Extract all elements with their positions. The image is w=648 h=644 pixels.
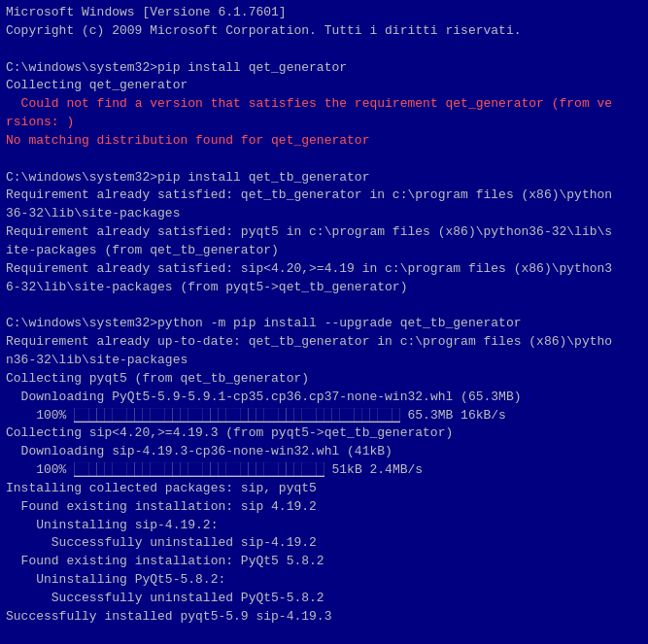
line-cmd3: C:\windows\system32>python -m pip instal… — [6, 315, 642, 333]
line-uninstalled2: Successfully uninstalled PyQt5-5.8.2 — [6, 590, 642, 608]
line-downloading1: Downloading PyQt5-5.9-5.9.1-cp35.cp36.cp… — [6, 389, 642, 407]
line-req3b: 6-32\lib\site-packages (from pyqt5->qet_… — [6, 279, 642, 297]
line-blank-3 — [6, 297, 642, 316]
line-progress1: 100% ███████████████████████████████████… — [6, 407, 642, 425]
line-req1: Requirement already satisfied: qet_tb_ge… — [6, 186, 642, 205]
line-req1b: 36-32\lib\site-packages — [6, 205, 642, 223]
line-found1: Found existing installation: sip 4.19.2 — [6, 498, 642, 517]
line-uninstalling1: Uninstalling sip-4.19.2: — [6, 517, 642, 535]
line-success: Successfully installed pyqt5-5.9 sip-4.1… — [6, 608, 642, 627]
line-downloading2: Downloading sip-4.19.3-cp36-none-win32.w… — [6, 443, 642, 461]
line-uninstalled1: Successfully uninstalled sip-4.19.2 — [6, 534, 642, 553]
line-installing: Installing collected packages: sip, pyqt… — [6, 480, 642, 498]
line-1: Microsoft Windows [Versione 6.1.7601] — [6, 4, 642, 22]
line-error3: No matching distribution found for qet_g… — [6, 132, 642, 151]
line-progress2: 100% █████████████████████████████████ 5… — [6, 461, 642, 480]
line-req2: Requirement already satisfied: pyqt5 in … — [6, 223, 642, 242]
line-2: Copyright (c) 2009 Microsoft Corporation… — [6, 22, 642, 41]
line-cmd2: C:\windows\system32>pip install qet_tb_g… — [6, 169, 642, 187]
line-error1: Could not find a version that satisfies … — [6, 95, 642, 114]
line-req2b: ite-packages (from qet_tb_generator) — [6, 242, 642, 260]
progress-bar-1: ████████████████████████████████████████… — [74, 408, 399, 423]
line-uninstalling2: Uninstalling PyQt5-5.8.2: — [6, 571, 642, 590]
line-req4: Requirement already up-to-date: qet_tb_g… — [6, 333, 642, 352]
line-collecting3: Collecting sip<4.20,>=4.19.3 (from pyqt5… — [6, 424, 642, 443]
line-error2: rsions: ) — [6, 114, 642, 132]
line-blank-2 — [6, 151, 642, 169]
line-collecting1: Collecting qet_generator — [6, 77, 642, 95]
line-cmd1: C:\windows\system32>pip install qet_gene… — [6, 59, 642, 78]
terminal-window[interactable]: Microsoft Windows [Versione 6.1.7601] Co… — [0, 0, 648, 644]
line-blank-1 — [6, 41, 642, 59]
progress-bar-2: █████████████████████████████████ — [74, 462, 324, 477]
line-collecting2: Collecting pyqt5 (from qet_tb_generator) — [6, 370, 642, 389]
line-req3: Requirement already satisfied: sip<4.20,… — [6, 260, 642, 279]
line-found2: Found existing installation: PyQt5 5.8.2 — [6, 553, 642, 571]
line-req4b: n36-32\lib\site-packages — [6, 352, 642, 370]
